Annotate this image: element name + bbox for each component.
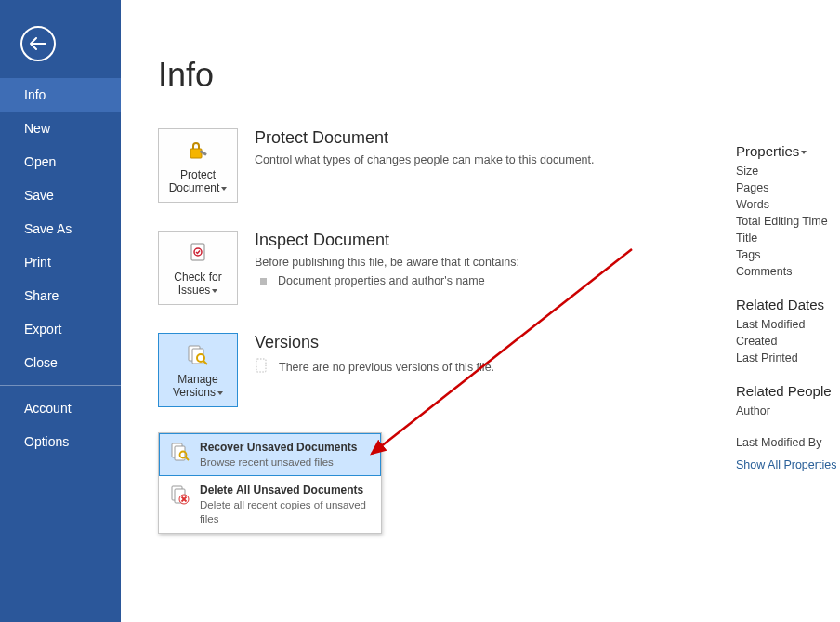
versions-heading: Versions <box>255 333 701 352</box>
protect-description: Control what types of changes people can… <box>255 153 701 166</box>
prop-pages: Pages <box>736 181 840 194</box>
sidebar-item-export[interactable]: Export <box>0 312 121 346</box>
document-delete-icon <box>168 483 194 525</box>
sidebar-item-new[interactable]: New <box>0 112 121 145</box>
show-all-properties-link[interactable]: Show All Properties <box>736 458 840 471</box>
manage-versions-button-label: Manage Versions <box>159 373 237 400</box>
svg-line-7 <box>203 361 207 364</box>
recover-unsaved-title: Recover Unsaved Documents <box>200 441 372 454</box>
prop-title: Title <box>736 232 840 245</box>
related-people-group: Related People Author <box>736 383 840 417</box>
back-button[interactable] <box>20 26 56 61</box>
check-for-issues-button-label: Check for Issues <box>159 271 237 298</box>
delete-all-unsaved-title: Delete All Unsaved Documents <box>200 483 372 496</box>
svg-rect-0 <box>190 149 202 158</box>
recover-unsaved-documents-item[interactable]: Recover Unsaved Documents Browse recent … <box>159 433 381 476</box>
inspect-lead: Before publishing this file, be aware th… <box>255 256 701 269</box>
prop-tags: Tags <box>736 248 840 261</box>
svg-rect-8 <box>256 359 266 372</box>
document-icon <box>255 358 269 376</box>
sidebar-label-share: Share <box>24 288 59 303</box>
prop-comments: Comments <box>736 265 840 278</box>
manage-versions-dropdown: Recover Unsaved Documents Browse recent … <box>158 432 382 534</box>
properties-heading[interactable]: Properties <box>736 143 840 159</box>
properties-group: Properties Size Pages Words Total Editin… <box>736 143 840 278</box>
back-arrow-icon <box>30 37 46 50</box>
sidebar-item-info[interactable]: Info <box>0 78 121 112</box>
sidebar-label-print: Print <box>24 255 51 270</box>
svg-line-12 <box>186 457 189 460</box>
sidebar-label-save: Save <box>24 188 54 203</box>
sidebar-label-save-as: Save As <box>24 221 72 236</box>
sidebar-item-save-as[interactable]: Save As <box>0 212 121 245</box>
document-check-icon <box>186 239 210 267</box>
protect-body: Protect Document Control what types of c… <box>255 128 701 166</box>
person-author: Author <box>736 404 840 417</box>
sidebar-label-open: Open <box>24 154 56 169</box>
bullet-square-icon <box>260 278 267 285</box>
sidebar-label-close: Close <box>24 355 58 370</box>
date-last-printed: Last Printed <box>736 351 840 364</box>
properties-panel: Properties Size Pages Words Total Editin… <box>736 143 840 471</box>
protect-document-button-label: Protect Document <box>159 168 237 195</box>
last-modified-by-label: Last Modified By <box>736 436 840 449</box>
sidebar-item-save[interactable]: Save <box>0 179 121 212</box>
page-title: Info <box>158 56 840 95</box>
sidebar-separator <box>0 385 121 386</box>
related-dates-group: Related Dates Last Modified Created Last… <box>736 297 840 364</box>
protect-document-button[interactable]: Protect Document <box>158 128 238 203</box>
sidebar-item-share[interactable]: Share <box>0 279 121 312</box>
sidebar-label-export: Export <box>24 322 61 337</box>
lock-icon <box>186 137 210 165</box>
documents-magnifier-icon <box>185 341 211 369</box>
sidebar-item-print[interactable]: Print <box>0 245 121 279</box>
related-dates-heading: Related Dates <box>736 297 840 312</box>
inspect-heading: Inspect Document <box>255 231 701 250</box>
prop-size: Size <box>736 165 840 178</box>
recover-unsaved-sub: Browse recent unsaved files <box>200 456 372 469</box>
check-for-issues-button[interactable]: Check for Issues <box>158 231 238 305</box>
inspect-body: Inspect Document Before publishing this … <box>255 231 701 287</box>
sidebar-label-info: Info <box>24 87 46 102</box>
sidebar-label-account: Account <box>24 401 72 416</box>
date-created: Created <box>736 335 840 348</box>
prop-words: Words <box>736 198 840 211</box>
versions-body: Versions There are no previous versions … <box>255 333 701 376</box>
sidebar-label-options: Options <box>24 434 69 449</box>
sidebar-item-account[interactable]: Account <box>0 391 121 425</box>
related-people-heading: Related People <box>736 383 840 399</box>
delete-all-unsaved-sub: Delete all recent copies of unsaved file… <box>200 498 372 525</box>
backstage-sidebar: Info New Open Save Save As Print Share E… <box>0 0 121 622</box>
app-root: Info New Open Save Save As Print Share E… <box>0 0 840 622</box>
inspect-bullet-text: Document properties and author's name <box>278 274 485 287</box>
date-last-modified: Last Modified <box>736 318 840 331</box>
document-search-icon <box>168 441 194 469</box>
delete-all-unsaved-documents-item[interactable]: Delete All Unsaved Documents Delete all … <box>159 476 381 533</box>
versions-empty-text: There are no previous versions of this f… <box>279 361 494 374</box>
inspect-bullet: Document properties and author's name <box>255 274 701 287</box>
sidebar-item-close[interactable]: Close <box>0 346 121 379</box>
prop-total-editing-time: Total Editing Time <box>736 215 840 228</box>
sidebar-label-new: New <box>24 121 50 136</box>
protect-heading: Protect Document <box>255 128 701 148</box>
manage-versions-button[interactable]: Manage Versions <box>158 333 238 407</box>
sidebar-item-options[interactable]: Options <box>0 425 121 458</box>
versions-empty-row: There are no previous versions of this f… <box>255 358 701 376</box>
sidebar-item-open[interactable]: Open <box>0 145 121 179</box>
